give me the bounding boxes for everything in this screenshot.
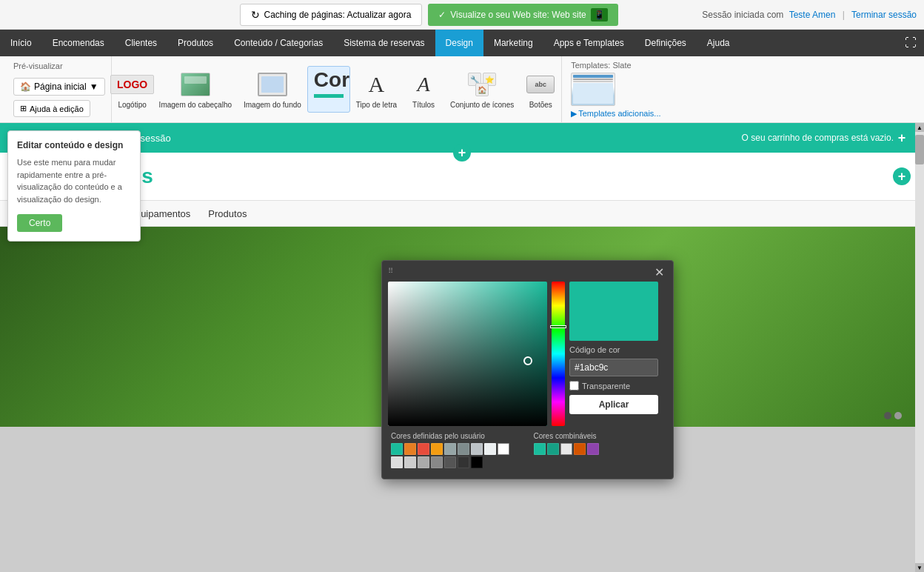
dropdown-arrow: ▼ [90,82,98,92]
templates-more-link[interactable]: ▶ Templates adicionais... [571,109,660,119]
color-picker-header: ⠿ ✕ [388,267,667,279]
hue-thumb [550,325,566,328]
main-nav: Início Encomendas Clientes Produtos Cont… [0,30,924,56]
swatch-000[interactable] [471,456,483,468]
swatch-yellow[interactable] [431,443,443,455]
nav-item-encomendas[interactable]: Encomendas [42,30,115,56]
swatch-white[interactable] [498,443,509,455]
tool-color[interactable]: Cor Cor [307,66,350,113]
nav-item-inicio[interactable]: Início [0,30,42,56]
swatch-555[interactable] [444,456,456,468]
thumb-line-2 [573,79,613,80]
comb-swatch-2[interactable] [547,443,559,455]
swatch-red[interactable] [418,443,429,455]
swatch-888[interactable] [431,456,443,468]
nav-item-marketing[interactable]: Marketing [483,30,543,56]
user-colors-row1 [391,443,522,455]
arrow-right-icon: ▶ [571,109,577,119]
visualize-button[interactable]: ✓ Visualize o seu Web site: Web site 📱 [428,4,617,26]
color-preview-box [569,282,658,341]
apply-color-button[interactable]: Aplicar [569,395,658,414]
scroll-down-arrow[interactable]: ▼ [915,563,924,572]
swatch-gray2[interactable] [458,443,469,455]
tool-titles-label: Títulos [412,101,435,109]
tool-logo[interactable]: LOGO Logótipo [112,67,153,112]
transparent-checkbox[interactable] [569,381,579,390]
tool-icons[interactable]: 🔧 ⭐ 🏠 Conjunto de ícones [444,67,520,112]
help-edit-button[interactable]: ⊞ Ajuda à edição [13,100,90,117]
nav-item-definicoes[interactable]: Definições [635,30,697,56]
logout-link[interactable]: Terminar sessão [851,10,917,20]
swatch-aaa[interactable] [418,456,429,468]
swatch-orange[interactable] [404,443,416,455]
thumb-body [573,83,613,104]
tool-buttons[interactable]: abc Botões [520,67,561,112]
username-link[interactable]: Teste Amen [789,10,836,20]
gradient-picker[interactable] [388,282,547,426]
scroll-down[interactable]: ▼ [915,563,924,572]
comb-swatch-5[interactable] [587,443,599,455]
swatch-light1[interactable] [471,443,483,455]
cache-button[interactable]: ↻ Caching de páginas: Actualizar agora [240,4,423,26]
nav-item-reservas[interactable]: Sistema de reservas [333,30,435,56]
swatch-light2[interactable] [484,443,496,455]
pagination-dots [884,412,902,419]
tool-header-image[interactable]: Imagem do cabeçalho [153,67,238,112]
plus-top-right[interactable]: + [893,129,911,147]
nav-item-conteudo[interactable]: Conteúdo / Categorias [224,30,333,56]
swatch-teal[interactable] [391,443,403,455]
color-picker-right: Código de cor Transparente Aplicar [569,282,658,426]
help-edit-label: Ajuda à edição [30,104,84,113]
font-tool-icon: A [361,70,391,99]
plus-right-store[interactable]: + [893,167,911,185]
dot-2[interactable] [894,412,902,419]
swatch-333[interactable] [458,456,469,468]
tool-titles[interactable]: A Títulos [403,67,444,112]
scroll-up[interactable]: ▲ [915,123,924,132]
preview-dropdown[interactable]: 🏠 Página inicial ▼ [13,78,105,96]
plus-add-section[interactable]: + [453,144,471,162]
color-picker-close[interactable]: ✕ [652,267,667,279]
tool-bg-image[interactable]: Imagem do fundo [238,67,307,112]
nav-item-design[interactable]: Design [435,30,483,56]
swatch-ddd[interactable] [391,456,403,468]
canvas-area: ◀ A minha conta Iniciar uma sessão O seu… [0,123,924,572]
template-thumbnail[interactable] [571,73,615,106]
picker-cursor [523,356,532,365]
scroll-up-arrow[interactable]: ▲ [915,123,924,132]
home-icon: 🏠 [20,82,31,92]
swatch-gray1[interactable] [444,443,456,455]
nav-item-apps[interactable]: Apps e Templates [543,30,635,56]
icons-tool-icon: 🔧 ⭐ 🏠 [467,70,497,99]
thumb-line-1 [573,75,613,78]
cache-label: Caching de páginas: Actualizar agora [264,10,412,20]
nav-item-produtos[interactable]: Produtos [167,30,224,56]
expand-icon[interactable]: ⛶ [905,36,917,50]
tooltip-ok-button[interactable]: Certo [17,214,62,232]
hue-slider[interactable] [552,282,565,426]
titles-tool-icon: A [409,70,438,99]
scrollbar-track [915,164,924,563]
cat-produtos[interactable]: Produtos [208,208,247,219]
scrollbar-thumb[interactable] [915,135,924,164]
color-code-input[interactable] [569,359,658,376]
comb-swatch-3[interactable] [560,443,572,455]
comb-swatch-1[interactable] [534,443,546,455]
user-colors-title: Cores definidas pelo usuário [391,432,522,440]
dot-1[interactable] [884,412,891,419]
comb-swatch-4[interactable] [574,443,586,455]
buttons-tool-icon: abc [526,70,555,99]
cart-text: O seu carrinho de compras está vazio. [742,133,894,143]
color-picker-body: Código de cor Transparente Aplicar [388,282,667,426]
transparent-row: Transparente [569,381,658,390]
tool-header-image-label: Imagem do cabeçalho [159,101,232,109]
nav-item-ajuda[interactable]: Ajuda [697,30,740,56]
transparent-label: Transparente [582,382,630,390]
swatch-ccc[interactable] [404,456,416,468]
nav-item-clientes[interactable]: Clientes [115,30,167,56]
top-bar-center: ↻ Caching de páginas: Actualizar agora ✓… [240,4,618,26]
grid-icon: ⊞ [20,104,27,113]
preview-section: Pré-visualizar 🏠 Página inicial ▼ ⊞ Ajud… [7,56,112,122]
right-scrollbar[interactable]: ▲ ▼ [915,123,924,572]
tool-font[interactable]: A Tipo de letra [350,67,403,112]
